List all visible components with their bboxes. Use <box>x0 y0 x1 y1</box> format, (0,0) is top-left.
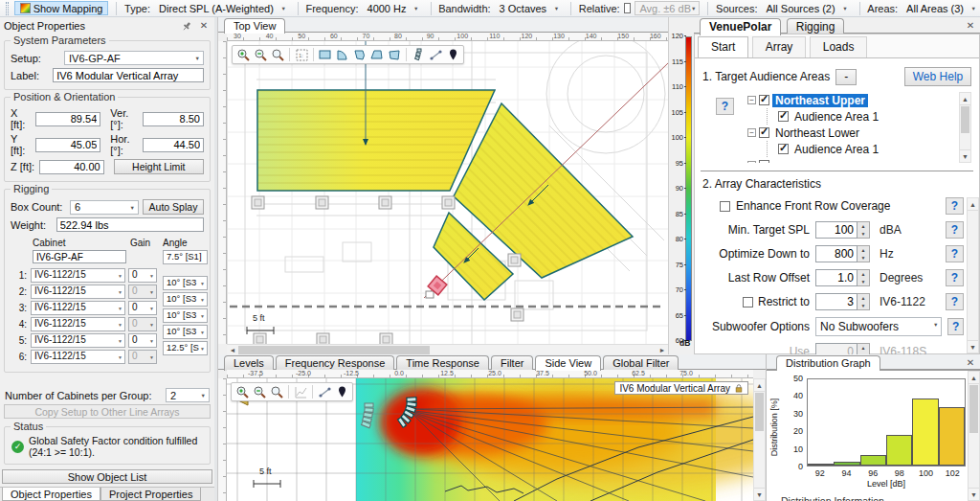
top-view-canvas[interactable]: 5 ft 1: <box>227 41 668 344</box>
bandwidth-dropdown[interactable]: 3 Octaves <box>495 1 564 15</box>
gain-dropdown[interactable]: 0 <box>128 268 157 283</box>
areas-dropdown[interactable]: All Areas (3) <box>902 1 980 15</box>
optimize-down-to-input[interactable] <box>815 245 858 262</box>
restrict-to-checkbox[interactable] <box>743 297 753 307</box>
spinner[interactable]: ▲▼ <box>858 221 870 239</box>
toolbar-grip[interactable] <box>6 2 9 15</box>
zoom-window-icon[interactable]: 1: <box>294 47 309 62</box>
zoom-in-icon[interactable] <box>235 47 251 62</box>
scroll-down-arrow[interactable]: ▼ <box>969 488 979 500</box>
scroll-thumb[interactable] <box>238 346 430 354</box>
scroll-up-arrow[interactable]: ▲ <box>969 372 979 384</box>
tree-checkbox[interactable] <box>759 160 769 163</box>
side-view-vscrollbar[interactable]: ▲ ▼ <box>753 378 766 501</box>
scroll-thumb[interactable] <box>961 106 969 133</box>
last-row-offset-input[interactable] <box>815 269 858 286</box>
spinner[interactable]: ▲▼ <box>858 245 870 262</box>
tree-checkbox[interactable] <box>759 127 769 138</box>
tab-side-view[interactable]: Side View <box>535 355 601 371</box>
scroll-left-arrow[interactable]: ◄ <box>227 347 238 353</box>
splay-angle-box[interactable]: 7.5° [S1] <box>163 250 208 264</box>
web-help-button[interactable]: Web Help <box>904 67 971 86</box>
listener-pin-icon[interactable] <box>445 47 460 62</box>
y-input[interactable] <box>35 138 100 152</box>
scroll-thumb[interactable] <box>969 385 978 433</box>
help-button[interactable]: ? <box>946 269 964 286</box>
subtab-loads[interactable]: Loads <box>810 36 868 57</box>
audience-area-northeast-upper[interactable] <box>257 90 495 191</box>
scroll-down-arrow[interactable]: ▼ <box>968 340 978 353</box>
auto-splay-button[interactable]: Auto Splay <box>143 199 204 215</box>
help-button[interactable]: ? <box>946 221 964 239</box>
gain-dropdown[interactable]: 0 <box>128 333 157 348</box>
draw-trapezoid-area-icon[interactable] <box>369 47 385 62</box>
scroll-down-arrow[interactable]: ▼ <box>754 488 765 500</box>
draw-quarter-area-icon[interactable] <box>335 47 350 62</box>
tab-filter[interactable]: Filter <box>491 355 533 371</box>
cabinet-dropdown[interactable]: IV6-1122/15 <box>31 301 125 315</box>
help-button[interactable]: ? <box>946 197 964 215</box>
close-icon[interactable]: ✕ <box>964 355 977 369</box>
frame-input[interactable] <box>33 250 126 263</box>
side-view-canvas[interactable]: 5 ft IV6 Modular Vertical Array <box>227 378 753 501</box>
relative-checkbox[interactable] <box>624 3 632 13</box>
draw-curved-area-icon[interactable] <box>352 47 368 62</box>
subtab-start[interactable]: Start <box>698 36 748 57</box>
setup-dropdown[interactable]: IV6-GP-AF <box>64 51 204 65</box>
top-view-hscrollbar[interactable]: ◄ ► <box>227 344 668 354</box>
tree-item-audience-area-1[interactable]: Audience Area 1 <box>767 108 881 125</box>
subwoofer-options-dropdown[interactable]: No Subwoofers <box>815 317 942 336</box>
zoom-fit-icon[interactable] <box>270 47 285 62</box>
tree-item-partial[interactable]: + <box>747 157 769 163</box>
restrict-to-input[interactable] <box>815 293 858 310</box>
tab-frequency-response[interactable]: Frequency Response <box>276 355 395 371</box>
frequency-dropdown[interactable]: 4000 Hz <box>363 1 423 15</box>
line-array-icon[interactable] <box>411 47 426 62</box>
hor-input[interactable] <box>143 138 204 152</box>
tab-global-filter[interactable]: Global Filter <box>603 355 679 371</box>
tab-distribution-graph[interactable]: Distribution Graph <box>776 355 880 371</box>
box-count-dropdown[interactable]: 6 <box>70 200 139 215</box>
subtab-array[interactable]: Array <box>752 36 807 57</box>
gain-dropdown[interactable]: 0 <box>128 301 157 315</box>
tree-item-audience-area-1[interactable]: Audience Area 1 <box>767 141 881 157</box>
enhance-front-row-checkbox[interactable] <box>720 201 730 212</box>
zoom-fit-icon[interactable] <box>269 384 284 399</box>
height-limit-button[interactable]: Height Limit <box>114 159 204 174</box>
cabinet-dropdown[interactable]: IV6-1122/15 <box>31 285 125 299</box>
help-button[interactable]: ? <box>946 293 964 310</box>
splay-angle-dropdown[interactable]: 10° [S3 <box>163 292 208 307</box>
expander-icon[interactable]: − <box>747 96 756 104</box>
link-line-icon[interactable] <box>317 384 332 399</box>
cabinet-dropdown[interactable]: IV6-1122/15 <box>31 268 125 283</box>
cabinet-dropdown[interactable]: IV6-1122/15 <box>31 317 125 331</box>
splay-angle-dropdown[interactable]: 10° [S3 <box>163 325 208 339</box>
distribution-scrollbar[interactable]: ▲ ▼ <box>968 371 980 501</box>
min-target-spl-input[interactable] <box>815 221 858 239</box>
pin-icon[interactable] <box>180 19 193 33</box>
tab-levels[interactable]: Levels <box>224 355 274 371</box>
tree-item-northeast-lower[interactable]: −Northeast Lower <box>747 125 862 141</box>
scroll-up-arrow[interactable]: ▲ <box>960 93 970 105</box>
splay-angle-dropdown[interactable]: 12.5° [S <box>163 341 208 355</box>
draw-rectangle-area-icon[interactable] <box>318 47 333 62</box>
tree-checkbox[interactable] <box>778 144 789 154</box>
tree-item-northeast-upper[interactable]: −Northeast Upper <box>747 92 868 108</box>
label-input[interactable] <box>53 68 204 82</box>
spinner[interactable]: ▲▼ <box>858 269 870 286</box>
ver-input[interactable] <box>143 112 204 126</box>
cabinet-dropdown[interactable]: IV6-1122/15 <box>31 333 125 348</box>
x-input[interactable] <box>35 112 100 126</box>
splay-angle-dropdown[interactable]: 10° [S3 <box>163 308 208 323</box>
array-label-box[interactable]: IV6 Modular Vertical Array <box>614 381 748 395</box>
splay-angle-dropdown[interactable]: 10° [S3 <box>163 276 208 290</box>
tree-checkbox[interactable] <box>759 95 769 105</box>
scroll-up-arrow[interactable]: ▲ <box>754 379 765 392</box>
show-object-list-button[interactable]: Show Object List <box>2 469 212 484</box>
tab-project-properties[interactable]: Project Properties <box>100 488 201 501</box>
expander-icon[interactable]: + <box>747 161 756 163</box>
tab-top-view[interactable]: Top View <box>224 18 285 34</box>
help-button[interactable]: ? <box>946 245 964 262</box>
cabinet-dropdown[interactable]: IV6-1122/15 <box>31 350 125 364</box>
expander-icon[interactable]: − <box>747 128 756 137</box>
